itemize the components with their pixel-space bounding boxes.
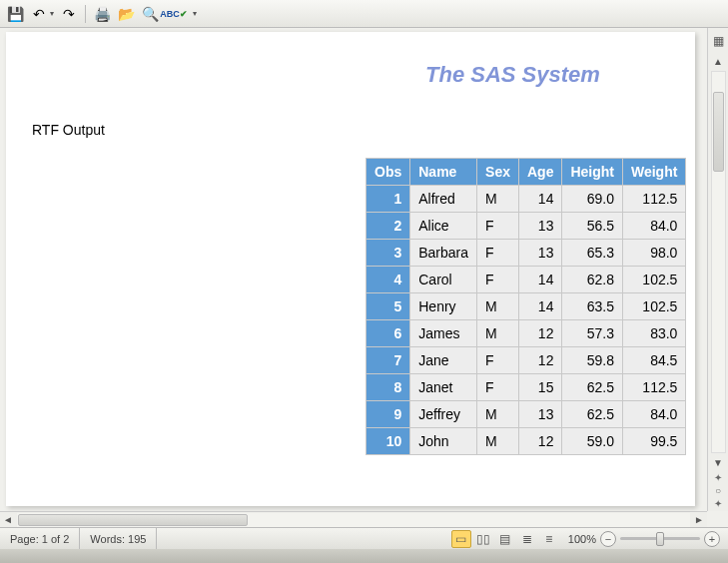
- zoom-out-button[interactable]: −: [600, 531, 616, 547]
- cell-name: Henry: [410, 293, 477, 320]
- cell-obs: 2: [366, 213, 410, 240]
- cell-sex: F: [477, 240, 519, 267]
- cell-height: 56.5: [562, 213, 623, 240]
- cell-obs: 3: [366, 240, 410, 267]
- zoom-level-label[interactable]: 100%: [568, 533, 596, 545]
- col-age: Age: [518, 159, 561, 186]
- next-page-icon[interactable]: ✦: [714, 498, 722, 509]
- data-table: Obs Name Sex Age Height Weight 1AlfredM1…: [365, 158, 686, 455]
- cell-obs: 6: [366, 320, 410, 347]
- cell-age: 13: [518, 401, 561, 428]
- cell-weight: 102.5: [622, 293, 685, 320]
- table-row: 2AliceF1356.584.0: [366, 213, 686, 240]
- page-title: The SAS System: [425, 62, 600, 88]
- cell-age: 12: [518, 347, 561, 374]
- customize-toolbar-icon[interactable]: ▾: [193, 9, 197, 18]
- cell-age: 15: [518, 374, 561, 401]
- col-obs: Obs: [366, 159, 410, 186]
- quick-access-toolbar: 💾 ↶ ▾ ↷ 🖨️ 📂 🔍 ABC✔ ▾: [0, 0, 728, 28]
- prev-page-icon[interactable]: ✦: [714, 472, 722, 483]
- cell-sex: M: [477, 293, 519, 320]
- cell-name: Alfred: [410, 186, 477, 213]
- redo-button[interactable]: ↷: [58, 3, 80, 25]
- scroll-right-button[interactable]: ►: [691, 513, 707, 527]
- col-sex: Sex: [477, 159, 519, 186]
- draft-view-button[interactable]: ≡: [539, 530, 559, 548]
- cell-sex: F: [477, 347, 519, 374]
- vertical-scrollbar-thumb[interactable]: [713, 92, 724, 172]
- zoom-controls: 100% − +: [560, 531, 728, 547]
- full-screen-reading-view-button[interactable]: ▯▯: [473, 530, 493, 548]
- cell-height: 62.5: [562, 401, 623, 428]
- scroll-left-button[interactable]: ◄: [0, 513, 16, 527]
- cell-sex: M: [477, 186, 519, 213]
- word-count[interactable]: Words: 195: [80, 528, 157, 549]
- cell-name: Carol: [410, 267, 477, 293]
- right-sidebar: ▦ ▲ ▼ ✦ ○ ✦: [707, 28, 728, 511]
- cell-name: Barbara: [410, 240, 477, 267]
- scroll-up-button[interactable]: ▲: [713, 54, 723, 69]
- cell-sex: M: [477, 320, 519, 347]
- select-browse-icon[interactable]: ○: [715, 485, 721, 496]
- cell-height: 59.8: [562, 347, 623, 374]
- cell-weight: 84.0: [622, 213, 685, 240]
- cell-name: Janet: [410, 374, 477, 401]
- cell-height: 69.0: [562, 186, 623, 213]
- vertical-scrollbar[interactable]: [711, 71, 726, 453]
- outline-view-button[interactable]: ≣: [517, 530, 537, 548]
- cell-age: 12: [518, 320, 561, 347]
- web-layout-view-button[interactable]: ▤: [495, 530, 515, 548]
- cell-weight: 112.5: [622, 186, 685, 213]
- table-row: 8JanetF1562.5112.5: [366, 374, 686, 401]
- save-button[interactable]: 💾: [4, 3, 26, 25]
- cell-obs: 5: [366, 293, 410, 320]
- cell-height: 62.5: [562, 374, 623, 401]
- cell-name: Jeffrey: [410, 401, 477, 428]
- ruler-toggle-icon[interactable]: ▦: [709, 32, 727, 50]
- cell-weight: 83.0: [622, 320, 685, 347]
- cell-weight: 112.5: [622, 374, 685, 401]
- table-row: 3BarbaraF1365.398.0: [366, 240, 686, 267]
- cell-weight: 102.5: [622, 267, 685, 293]
- cell-height: 63.5: [562, 293, 623, 320]
- cell-sex: M: [477, 428, 519, 455]
- cell-name: Jane: [410, 347, 477, 374]
- undo-button[interactable]: ↶: [28, 3, 50, 25]
- print-layout-view-button[interactable]: ▭: [451, 530, 471, 548]
- zoom-slider-thumb[interactable]: [656, 532, 664, 546]
- spelling-button[interactable]: ABC✔: [163, 3, 185, 25]
- page-indicator[interactable]: Page: 1 of 2: [0, 528, 80, 549]
- quick-print-button[interactable]: 🖨️: [91, 3, 113, 25]
- cell-sex: F: [477, 267, 519, 293]
- cell-weight: 84.0: [622, 401, 685, 428]
- undo-dropdown-icon[interactable]: ▾: [50, 9, 54, 18]
- open-button[interactable]: 📂: [115, 3, 137, 25]
- browse-object-controls: ✦ ○ ✦: [709, 472, 727, 509]
- horizontal-scrollbar-thumb[interactable]: [18, 514, 248, 526]
- horizontal-scrollbar[interactable]: [17, 513, 690, 527]
- cell-age: 14: [518, 186, 561, 213]
- cell-obs: 1: [366, 186, 410, 213]
- scroll-down-button[interactable]: ▼: [713, 455, 723, 470]
- col-weight: Weight: [622, 159, 685, 186]
- cell-obs: 4: [366, 267, 410, 293]
- cell-sex: F: [477, 374, 519, 401]
- table-row: 5HenryM1463.5102.5: [366, 293, 686, 320]
- rtf-output-label: RTF Output: [32, 122, 105, 138]
- cell-weight: 84.5: [622, 347, 685, 374]
- cell-age: 12: [518, 428, 561, 455]
- table-row: 10JohnM1259.099.5: [366, 428, 686, 455]
- cell-height: 62.8: [562, 267, 623, 293]
- zoom-slider[interactable]: [620, 537, 700, 540]
- window-bottom-edge: [0, 549, 728, 563]
- table-header-row: Obs Name Sex Age Height Weight: [366, 159, 686, 186]
- table-row: 6JamesM1257.383.0: [366, 320, 686, 347]
- cell-age: 14: [518, 267, 561, 293]
- zoom-in-button[interactable]: +: [704, 531, 720, 547]
- print-preview-button[interactable]: 🔍: [139, 3, 161, 25]
- col-height: Height: [562, 159, 623, 186]
- cell-obs: 7: [366, 347, 410, 374]
- cell-age: 13: [518, 213, 561, 240]
- table-row: 7JaneF1259.884.5: [366, 347, 686, 374]
- document-viewport: The SAS System RTF Output Obs Name Sex A…: [0, 28, 728, 527]
